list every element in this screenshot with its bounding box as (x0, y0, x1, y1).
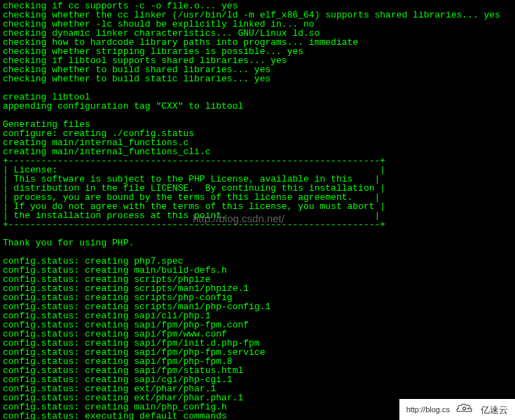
terminal-line: appending configuration tag "CXX" to lib… (3, 102, 512, 111)
terminal-line: Thank you for using PHP. (3, 238, 512, 248)
terminal-line: checking whether to build static librari… (3, 74, 512, 83)
terminal-output: checking if cc supports -c -o file.o... … (0, 0, 515, 420)
cloud-logo-icon (455, 403, 475, 416)
watermark-brand-text: 亿速云 (481, 405, 508, 414)
watermark-corner: http://blog.cs 亿速云 (399, 399, 515, 420)
svg-point-0 (463, 407, 466, 410)
terminal-line: +---------------------------------------… (3, 220, 512, 229)
watermark-corner-url: http://blog.cs (406, 405, 450, 414)
